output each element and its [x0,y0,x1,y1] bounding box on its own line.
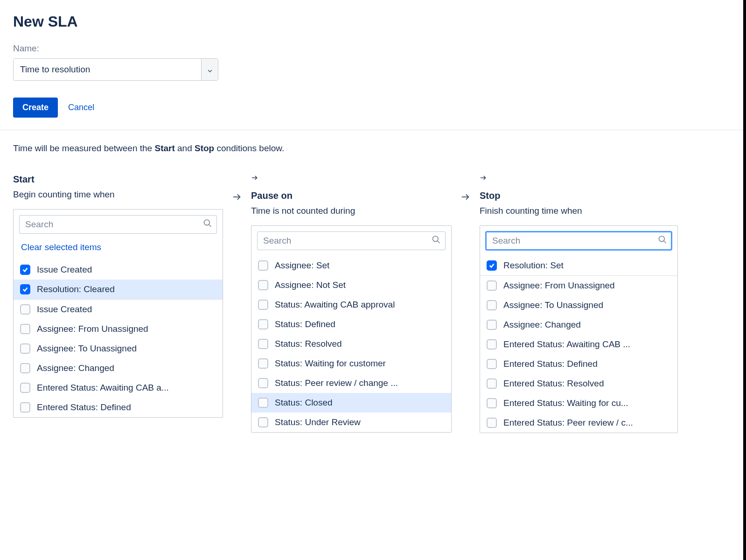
start-item[interactable]: Assignee: To Unassigned [14,339,223,358]
sla-name-combobox[interactable] [13,58,218,81]
start-item-label: Assignee: To Unassigned [37,343,137,354]
pause-item[interactable]: Assignee: Set [251,256,451,275]
pause-item[interactable]: Status: Waiting for customer [251,354,451,373]
pause-item[interactable]: Status: Under Review [251,413,451,432]
page-title: New SLA [13,13,730,30]
start-item-label: Entered Status: Defined [37,402,131,413]
pause-search-input[interactable] [257,231,446,250]
stop-item[interactable]: Entered Status: Resolved [480,374,677,393]
measure-stop-word: Stop [195,143,214,153]
checkbox[interactable] [258,339,268,349]
pause-item[interactable]: Status: Defined [251,315,451,334]
pause-title: Pause on [251,190,452,201]
checkbox[interactable] [487,280,497,291]
checkbox[interactable] [258,260,268,271]
pause-item-label: Assignee: Not Set [275,280,346,290]
start-item-label: Assignee: From Unassigned [37,324,148,334]
pause-subtitle: Time is not counted during [251,206,452,216]
start-item[interactable]: Assignee: From Unassigned [14,319,223,339]
checkbox[interactable] [258,358,268,369]
stop-item-label: Assignee: Changed [503,320,581,330]
checkbox[interactable] [258,319,268,329]
measure-mid: and [175,143,195,153]
stop-item[interactable]: Entered Status: Defined [480,354,677,374]
start-item[interactable]: Assignee: Changed [14,358,223,378]
pause-item[interactable]: Assignee: Not Set [251,275,451,295]
start-search-input[interactable] [19,215,217,234]
checkbox[interactable] [258,280,268,290]
checkbox[interactable] [258,300,268,310]
actions-row: Create Cancel [13,98,730,118]
stop-item-label: Entered Status: Awaiting CAB ... [503,339,630,350]
checkbox[interactable] [20,343,30,354]
stop-item[interactable]: Entered Status: Waiting for cu... [480,393,677,413]
pause-item-label: Status: Resolved [275,339,342,349]
stop-item[interactable]: Assignee: To Unassigned [480,295,677,315]
start-panel: Clear selected items Issue CreatedResolu… [13,209,223,418]
start-selected-item[interactable]: Resolution: Cleared [14,280,223,299]
start-item-label: Assignee: Changed [37,363,114,373]
chevron-down-icon [208,65,212,75]
checkbox[interactable] [487,320,497,330]
arrow-right-icon [232,192,242,204]
create-button[interactable]: Create [13,98,58,118]
pause-item[interactable]: Status: Resolved [251,334,451,354]
checkbox[interactable] [258,378,268,388]
start-item[interactable]: Entered Status: Defined [14,398,223,417]
checkbox[interactable] [258,417,268,427]
start-selected-item[interactable]: Issue Created [14,260,223,280]
stop-selected-item[interactable]: Resolution: Set [480,256,677,275]
start-column: Start Begin counting time when Clear sel… [13,174,223,418]
stop-item-label: Entered Status: Peer review / c... [503,418,633,428]
stop-item[interactable]: Entered Status: Awaiting CAB ... [480,335,677,354]
checkbox[interactable] [20,363,30,373]
pause-column: Pause on Time is not counted during Assi… [251,174,452,433]
checkbox[interactable] [20,402,30,413]
checkbox[interactable] [20,304,30,315]
stop-search-wrap [486,231,672,250]
start-selected-item-label: Resolution: Cleared [37,284,115,294]
cancel-link[interactable]: Cancel [68,103,94,112]
start-search-wrap [19,215,217,234]
checkbox[interactable] [487,260,497,271]
stop-item[interactable]: Entered Status: Peer review / c... [480,413,677,433]
stop-selected-item-label: Resolution: Set [503,260,564,271]
arrow-right-icon [460,192,471,204]
checkbox[interactable] [487,300,497,310]
checkbox[interactable] [20,284,30,294]
start-item[interactable]: Entered Status: Awaiting CAB a... [14,378,223,398]
start-item[interactable]: Issue Created [14,300,223,319]
stop-subtitle: Finish counting time when [480,206,678,216]
sla-name-input[interactable] [14,59,201,80]
checkbox[interactable] [487,378,497,389]
pause-item-label: Status: Closed [275,398,333,408]
clear-selected-link[interactable]: Clear selected items [19,239,103,260]
checkbox[interactable] [487,359,497,369]
start-title: Start [13,174,223,185]
stop-item[interactable]: Assignee: From Unassigned [480,276,677,295]
stop-panel: Resolution: Set Assignee: From Unassigne… [480,225,678,433]
pause-panel: Assignee: SetAssignee: Not SetStatus: Aw… [251,225,452,433]
stop-search-input[interactable] [486,231,672,250]
pause-top-arrow [251,174,452,184]
pause-item[interactable]: Status: Awaiting CAB approval [251,295,451,315]
stop-title: Stop [480,190,678,201]
checkbox[interactable] [20,265,30,275]
sla-name-dropdown-toggle[interactable] [201,59,218,80]
pause-item[interactable]: Status: Peer review / change ... [251,373,451,393]
checkbox[interactable] [20,383,30,393]
checkbox[interactable] [487,418,497,428]
stop-item-label: Entered Status: Defined [503,359,598,369]
checkbox[interactable] [487,398,497,408]
checkbox[interactable] [20,324,30,334]
pause-item-label: Status: Awaiting CAB approval [275,300,395,310]
stop-top-arrow [480,174,678,184]
stop-item-label: Entered Status: Resolved [503,378,604,389]
checkbox[interactable] [258,398,268,408]
stop-item[interactable]: Assignee: Changed [480,315,677,335]
pause-item[interactable]: Status: Closed [251,393,451,413]
checkbox[interactable] [487,339,497,350]
pause-item-label: Status: Under Review [275,417,361,427]
arrow-pause-to-stop [452,174,480,204]
stop-item-label: Assignee: From Unassigned [503,280,615,291]
